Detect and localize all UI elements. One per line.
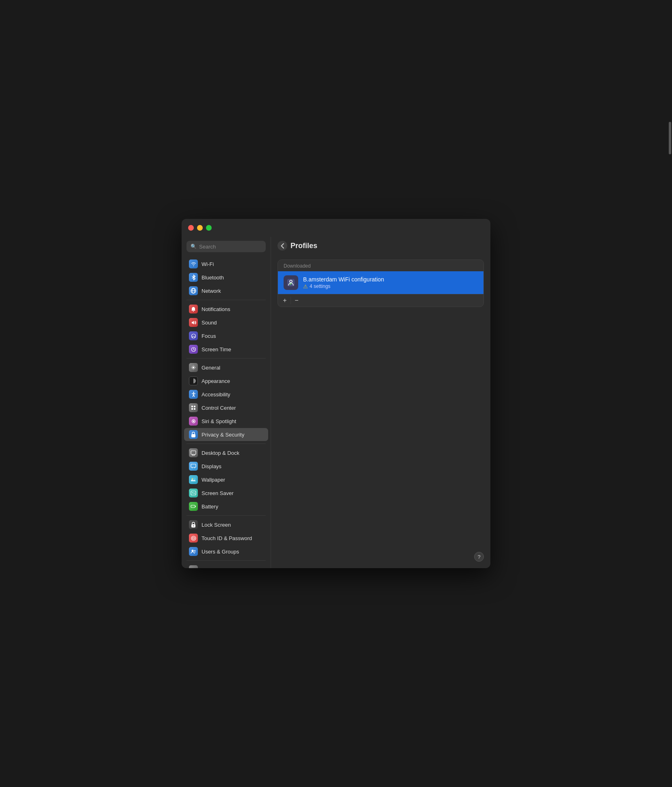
controlcenter-icon: [189, 403, 198, 412]
svg-point-10: [193, 392, 194, 393]
sidebar-item-battery[interactable]: Battery: [184, 500, 268, 513]
sidebar-item-wifi[interactable]: Wi-Fi: [184, 257, 268, 270]
appearance-icon: [189, 376, 198, 385]
remove-profile-button[interactable]: −: [291, 296, 302, 305]
sidebar-group-lockscreen: Lock Screen Touch ID & Password: [182, 518, 271, 558]
sidebar-item-sound-label: Sound: [202, 320, 217, 326]
displays-icon: [189, 462, 198, 471]
sidebar-item-passwords[interactable]: Passwords: [184, 563, 268, 568]
sidebar: 🔍 Search Wi-Fi: [182, 237, 271, 568]
profile-warning: ⚠ 4 settings: [303, 283, 478, 290]
sidebar-item-desktop[interactable]: Desktop & Dock: [184, 446, 268, 459]
warning-icon: ⚠: [303, 283, 308, 290]
content-area: 🔍 Search Wi-Fi: [182, 237, 490, 568]
search-placeholder: Search: [199, 244, 216, 250]
profiles-container: Downloaded B.amsterdam WiFi configurat: [277, 259, 484, 307]
users-icon: [189, 547, 198, 556]
sidebar-item-battery-label: Battery: [202, 504, 218, 510]
svg-point-8: [193, 367, 195, 369]
sidebar-item-sound[interactable]: Sound: [184, 316, 268, 329]
sidebar-item-network[interactable]: Network: [184, 284, 268, 297]
sidebar-item-bluetooth[interactable]: Bluetooth: [184, 271, 268, 284]
sound-icon: [189, 318, 198, 327]
profile-info: B.amsterdam WiFi configuration ⚠ 4 setti…: [303, 276, 478, 290]
sidebar-item-passwords-label: Passwords: [202, 567, 228, 569]
help-button[interactable]: ?: [474, 552, 484, 562]
sidebar-item-wifi-label: Wi-Fi: [202, 261, 214, 267]
svg-point-38: [193, 525, 194, 526]
sidebar-item-displays[interactable]: Displays: [184, 460, 268, 473]
sidebar-item-focus-label: Focus: [202, 333, 216, 339]
sidebar-item-accessibility[interactable]: Accessibility: [184, 388, 268, 401]
sidebar-item-siri[interactable]: Siri & Spotlight: [184, 415, 268, 428]
svg-rect-22: [191, 451, 196, 454]
sidebar-item-touchid-label: Touch ID & Password: [202, 535, 252, 541]
titlebar: [182, 219, 490, 237]
profiles-section-header: Downloaded: [278, 260, 483, 271]
svg-point-30: [192, 478, 193, 480]
screentime-icon: [189, 345, 198, 354]
separator-3: [186, 443, 266, 444]
sidebar-item-general-label: General: [202, 365, 220, 371]
notifications-icon: [189, 305, 198, 314]
accessibility-icon: [189, 390, 198, 399]
network-icon: [189, 286, 198, 295]
screensaver-icon: [189, 489, 198, 497]
sidebar-item-touchid[interactable]: Touch ID & Password: [184, 532, 268, 545]
close-button[interactable]: [188, 225, 194, 231]
svg-line-28: [195, 467, 195, 468]
svg-rect-15: [191, 406, 193, 407]
back-button[interactable]: [277, 241, 287, 251]
sidebar-item-notifications[interactable]: Notifications: [184, 303, 268, 316]
sidebar-item-network-label: Network: [202, 288, 221, 294]
privacy-icon: [189, 430, 198, 439]
sidebar-item-notifications-label: Notifications: [202, 306, 230, 312]
separator-1: [186, 300, 266, 300]
svg-line-27: [192, 467, 193, 468]
desktop-icon: [189, 448, 198, 457]
sidebar-item-general[interactable]: General: [184, 361, 268, 374]
sidebar-item-lockscreen[interactable]: Lock Screen: [184, 518, 268, 531]
main-title: Profiles: [290, 242, 317, 250]
traffic-lights: [188, 225, 212, 231]
sidebar-item-focus[interactable]: Focus: [184, 329, 268, 342]
sidebar-item-screentime[interactable]: Screen Time: [184, 343, 268, 356]
sidebar-item-screensaver[interactable]: Screen Saver: [184, 486, 268, 499]
svg-point-41: [193, 538, 194, 538]
svg-point-20: [193, 420, 194, 422]
svg-rect-21: [191, 434, 195, 437]
svg-point-42: [192, 549, 194, 551]
sidebar-item-desktop-label: Desktop & Dock: [202, 450, 239, 456]
sidebar-item-appearance[interactable]: Appearance: [184, 374, 268, 387]
main-empty-area: ?: [271, 416, 490, 568]
search-box[interactable]: 🔍 Search: [186, 241, 266, 252]
sidebar-item-controlcenter-label: Control Center: [202, 405, 236, 411]
general-icon: [189, 363, 198, 372]
svg-rect-18: [194, 408, 195, 410]
system-preferences-window: 🔍 Search Wi-Fi: [182, 219, 490, 568]
sidebar-item-displays-label: Displays: [202, 463, 221, 469]
profile-item[interactable]: B.amsterdam WiFi configuration ⚠ 4 setti…: [278, 271, 483, 294]
separator-4: [186, 515, 266, 516]
svg-rect-17: [191, 408, 193, 410]
sidebar-item-siri-label: Siri & Spotlight: [202, 418, 236, 424]
sidebar-item-controlcenter[interactable]: Control Center: [184, 401, 268, 414]
sidebar-item-privacy[interactable]: Privacy & Security: [184, 428, 268, 441]
toolbar-divider: [290, 297, 291, 304]
add-profile-button[interactable]: +: [280, 296, 290, 305]
svg-point-43: [194, 550, 196, 551]
svg-rect-35: [191, 506, 194, 507]
sidebar-item-users[interactable]: Users & Groups: [184, 545, 268, 558]
minimize-button[interactable]: [197, 225, 203, 231]
sidebar-item-wallpaper-label: Wallpaper: [202, 477, 225, 483]
maximize-button[interactable]: [206, 225, 212, 231]
sidebar-group-passwords: Passwords Internet Accounts: [182, 563, 271, 568]
svg-rect-26: [191, 464, 196, 467]
svg-rect-16: [194, 406, 195, 407]
sidebar-item-bluetooth-label: Bluetooth: [202, 275, 224, 281]
search-container: 🔍 Search: [182, 237, 271, 257]
svg-rect-36: [195, 506, 196, 507]
separator-5: [186, 560, 266, 561]
sidebar-group-notifications: Notifications Sound: [182, 303, 271, 356]
sidebar-item-wallpaper[interactable]: Wallpaper: [184, 473, 268, 486]
